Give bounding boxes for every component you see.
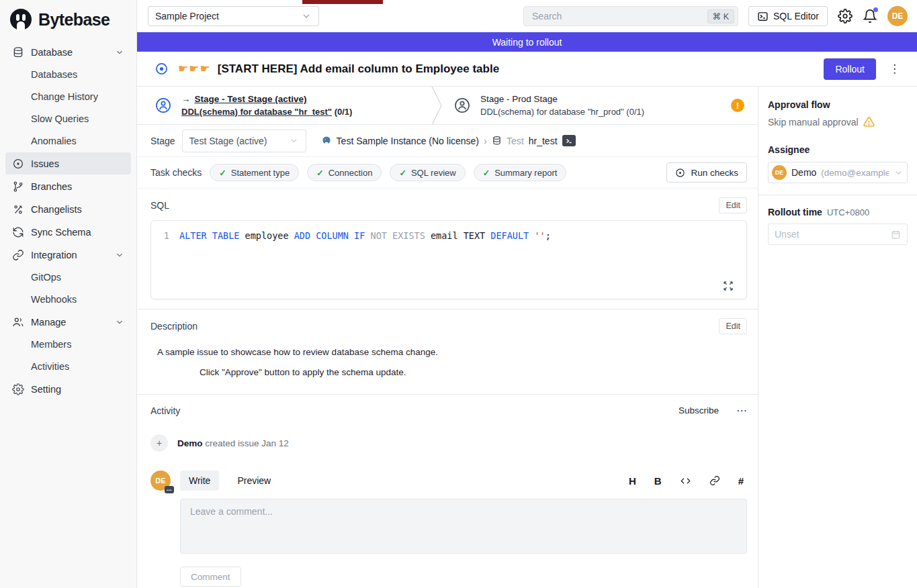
sidebar-item-issues[interactable]: Issues: [5, 152, 131, 175]
environment-label: Test: [507, 136, 524, 146]
sidebar-item-slow-queries[interactable]: Slow Queries: [5, 108, 131, 130]
comment-user-avatar: DE •••: [150, 471, 171, 491]
activity-entry: + Demo created issue Jan 12: [150, 434, 747, 452]
description-paragraph: A sample issue to showcase how to review…: [157, 347, 747, 357]
sidebar-item-branches[interactable]: Branches: [5, 175, 131, 197]
sidebar-item-gitops[interactable]: GitOps: [5, 266, 131, 288]
sidebar-item-setting[interactable]: Setting: [5, 378, 131, 400]
user-avatar[interactable]: DE: [887, 6, 908, 26]
sql-editor-label: SQL Editor: [773, 11, 819, 21]
sidebar-item-changelists[interactable]: Changelists: [5, 198, 131, 220]
comment-input[interactable]: [180, 499, 747, 554]
run-circle-icon: [675, 168, 685, 178]
assignee-email: (demo@example: [821, 168, 889, 178]
sidebar-item-change-history[interactable]: Change History: [5, 86, 131, 107]
sidebar-item-label: Manage: [31, 317, 66, 328]
sidebar-item-members[interactable]: Members: [5, 334, 131, 355]
plus-icon: +: [150, 434, 168, 452]
run-checks-button[interactable]: Run checks: [666, 162, 747, 183]
description-edit-button[interactable]: Edit: [719, 318, 747, 334]
sidebar-item-sync-schema[interactable]: Sync Schema: [5, 221, 131, 243]
stage-task-count: (0/1): [335, 107, 353, 117]
subscribe-button[interactable]: Subscribe: [674, 405, 723, 416]
search-input[interactable]: [531, 10, 707, 22]
stage-card-test[interactable]: → Stage - Test Stage (active) DDL(schema…: [137, 87, 431, 124]
sidebar-item-label: Branches: [31, 181, 72, 192]
sidebar-item-anomalies[interactable]: Anomalies: [5, 130, 131, 152]
sidebar-item-manage[interactable]: Manage: [5, 311, 131, 333]
chevron-right-separator: ›: [484, 135, 487, 146]
sidebar-item-database[interactable]: Database: [5, 41, 131, 63]
bytebase-logo[interactable]: Bytebase: [0, 7, 136, 40]
stage-task-count: (0/1): [626, 107, 644, 117]
stage-name: Stage - Test Stage (active): [195, 95, 307, 104]
check-pill-sql-review[interactable]: ✓SQL review: [390, 164, 465, 181]
task-checks-label: Task checks: [150, 167, 202, 178]
gear-icon: [12, 383, 24, 395]
activity-section: Activity Subscribe ⋯ + Demo created issu…: [137, 395, 758, 457]
stage-card-prod[interactable]: Stage - Prod Stage DDL(schema) for datab…: [443, 87, 758, 124]
activity-more-menu[interactable]: ⋯: [736, 405, 747, 416]
stage-task-detail: DDL(schema) for database "hr_prod": [480, 107, 624, 117]
link-format-icon[interactable]: [709, 475, 720, 486]
check-passed-icon: ✓: [483, 168, 490, 178]
global-search: ⌘ K: [523, 6, 738, 26]
description-section: Description Edit A sample issue to showc…: [137, 309, 758, 395]
check-passed-icon: ✓: [399, 168, 406, 178]
issue-more-menu[interactable]: ⋮: [883, 63, 906, 75]
check-pill-statement-type[interactable]: ✓Statement type: [210, 164, 299, 181]
hash-format-icon[interactable]: #: [738, 475, 744, 487]
project-select-value: Sample Project: [155, 11, 219, 21]
git-branch-icon: [12, 181, 24, 193]
stage-select[interactable]: Test Stage (active): [182, 130, 306, 152]
settings-gear-button[interactable]: [838, 9, 853, 23]
open-in-sql-editor-icon[interactable]: [562, 135, 576, 146]
check-pill-connection[interactable]: ✓Connection: [307, 164, 382, 181]
rollout-button[interactable]: Rollout: [824, 58, 876, 80]
notifications-bell-button[interactable]: [863, 9, 877, 23]
warning-triangle-icon: [863, 116, 875, 128]
activity-heading: Activity: [150, 405, 180, 416]
stage-task-detail: DDL(schema) for database "hr_test": [181, 107, 332, 117]
project-select[interactable]: Sample Project: [148, 6, 319, 26]
sql-edit-button[interactable]: Edit: [719, 197, 747, 213]
terminal-icon: [757, 11, 769, 22]
topbar: Sample Project ⌘ K SQL Editor DE: [137, 0, 917, 32]
sidebar-item-databases[interactable]: Databases: [5, 64, 131, 85]
stage-separator-chevron: [431, 87, 443, 124]
assignee-select[interactable]: DE Demo (demo@example: [768, 162, 908, 183]
task-checks-bar: Task checks ✓Statement type ✓Connection …: [137, 157, 758, 189]
sidebar-item-label: Changelists: [31, 204, 82, 215]
tab-preview[interactable]: Preview: [228, 471, 279, 491]
code-format-icon[interactable]: [680, 476, 691, 486]
link-icon: [12, 249, 24, 261]
timezone-label: UTC+0800: [827, 207, 869, 217]
sidebar-item-integration[interactable]: Integration: [5, 244, 131, 266]
person-circle-icon: [155, 97, 172, 114]
status-banner: Waiting to rollout: [137, 32, 917, 52]
rollout-time-input[interactable]: Unset: [768, 224, 908, 245]
check-pill-summary-report[interactable]: ✓Summary report: [474, 164, 567, 181]
sql-editor-button[interactable]: SQL Editor: [748, 6, 828, 26]
issue-title: [START HERE] Add email column to Employe…: [218, 62, 499, 76]
chevron-down-icon: [115, 317, 124, 327]
sidebar-nav: Database Databases Change History Slow Q…: [0, 41, 136, 400]
rollout-time-heading: Rollout time: [768, 207, 822, 217]
heading-format-icon[interactable]: H: [629, 475, 636, 487]
database-link[interactable]: hr_test: [529, 136, 558, 146]
tab-write[interactable]: Write: [180, 471, 219, 491]
fullscreen-expand-icon[interactable]: [723, 281, 734, 291]
stage-select-value: Test Stage (active): [189, 136, 267, 146]
activity-actor: Demo: [177, 438, 203, 448]
sidebar-item-webhooks[interactable]: Webhooks: [5, 289, 131, 310]
sidebar-item-label: Database: [31, 47, 73, 58]
approval-flow-heading: Approval flow: [768, 99, 908, 110]
bold-format-icon[interactable]: B: [654, 475, 662, 487]
check-passed-icon: ✓: [219, 168, 226, 178]
comment-submit-button[interactable]: Comment: [180, 567, 241, 587]
stage-strip: → Stage - Test Stage (active) DDL(schema…: [137, 87, 758, 125]
issue-status-icon: [155, 62, 169, 76]
activity-action: created issue Jan 12: [205, 438, 289, 448]
instance-link[interactable]: Test Sample Instance (No license): [337, 136, 479, 146]
sidebar-item-activities[interactable]: Activities: [5, 356, 131, 377]
